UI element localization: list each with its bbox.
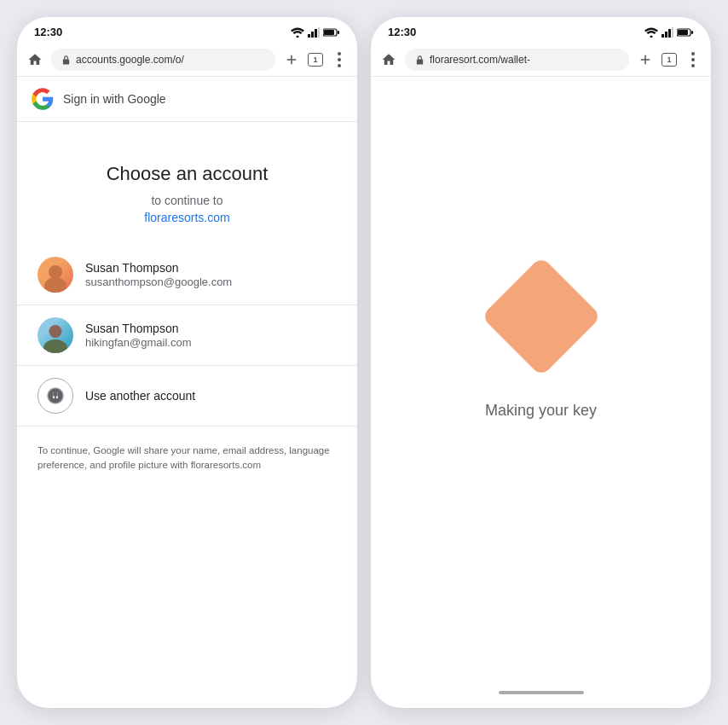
browser-actions-1: 1 (282, 50, 349, 69)
wifi-icon-2 (644, 27, 658, 38)
time-2: 12:30 (388, 26, 416, 38)
account-info-1: Susan Thompson susanthompson@google.com (85, 261, 232, 288)
status-bar-1: 12:30 (17, 17, 357, 44)
home-icon-1[interactable] (26, 50, 44, 69)
lock-icon-2 (415, 55, 425, 66)
svg-rect-17 (672, 27, 673, 38)
status-bar-2: 12:30 (371, 17, 711, 44)
svg-point-11 (338, 64, 341, 67)
svg-rect-21 (417, 59, 423, 64)
svg-rect-8 (63, 59, 69, 64)
making-key-text: Making your key (485, 402, 597, 420)
account-name-2: Susan Thompson (85, 322, 191, 335)
privacy-notice: To continue, Google will share your name… (17, 426, 357, 490)
tab-count-2[interactable]: 1 (662, 53, 677, 67)
svg-rect-7 (338, 31, 339, 34)
svg-rect-15 (665, 32, 667, 38)
use-another-label: Use another account (85, 389, 195, 403)
account-item-2[interactable]: Susan Thompson hikingfan@gmail.com (17, 305, 357, 366)
wifi-icon (291, 27, 304, 38)
site-link[interactable]: floraresorts.com (144, 211, 229, 224)
avatar-2 (38, 317, 73, 353)
google-signin-header: Sign in with Google (17, 77, 357, 122)
new-tab-btn-1[interactable] (282, 50, 301, 69)
url-text-2: floraresort.com/wallet- (430, 54, 530, 66)
browser-actions-2: 1 (636, 50, 702, 69)
accounts-list: Susan Thompson susanthompson@google.com … (17, 245, 357, 426)
new-tab-btn-2[interactable] (636, 50, 655, 69)
svg-point-22 (691, 52, 695, 55)
svg-rect-16 (668, 29, 671, 38)
browser-chrome-2: floraresort.com/wallet- 1 (371, 44, 711, 77)
account-item-1[interactable]: Susan Thompson susanthompson@google.com (17, 245, 357, 305)
svg-point-9 (338, 52, 341, 55)
account-info-2: Susan Thompson hikingfan@gmail.com (85, 322, 191, 349)
choose-account-title: Choose an account (107, 163, 269, 185)
svg-rect-14 (662, 34, 664, 38)
menu-btn-2[interactable] (684, 50, 702, 69)
status-icons-2 (644, 27, 694, 38)
lock-icon-1 (61, 55, 71, 66)
svg-rect-1 (308, 34, 310, 38)
avatar-1 (38, 257, 73, 293)
time-1: 12:30 (34, 26, 62, 38)
google-logo-icon (31, 87, 55, 111)
phone-2: 12:30 (371, 17, 711, 708)
account-name-1: Susan Thompson (85, 261, 232, 275)
svg-point-23 (691, 58, 695, 61)
svg-rect-2 (311, 32, 314, 38)
svg-rect-6 (324, 30, 334, 35)
signal-icon-2 (662, 27, 673, 38)
svg-point-0 (297, 35, 299, 38)
tab-count-1[interactable]: 1 (308, 53, 323, 67)
home-icon-2[interactable] (379, 50, 398, 69)
use-another-account-item[interactable]: Use another account (17, 366, 357, 426)
use-another-icon (38, 378, 73, 414)
svg-rect-4 (318, 27, 320, 38)
phone-1: 12:30 (17, 17, 357, 708)
diamond-shape (481, 256, 601, 376)
svg-rect-19 (678, 30, 688, 35)
google-signin-label: Sign in with Google (63, 92, 166, 106)
home-indicator-2 (499, 691, 584, 694)
account-email-1: susanthompson@google.com (85, 276, 232, 288)
google-page-content: Choose an account to continue to florare… (17, 122, 357, 708)
svg-point-24 (691, 64, 695, 67)
battery-icon-2 (677, 27, 694, 38)
svg-rect-3 (315, 29, 317, 38)
making-key-content: Making your key (371, 77, 711, 684)
svg-point-10 (338, 58, 341, 61)
svg-point-13 (650, 35, 653, 38)
account-email-2: hikingfan@gmail.com (85, 336, 191, 349)
svg-rect-20 (691, 31, 693, 34)
status-icons-1 (291, 27, 340, 38)
browser-chrome-1: accounts.google.com/o/ 1 (17, 44, 357, 77)
url-bar-2[interactable]: floraresort.com/wallet- (405, 49, 629, 71)
url-text-1: accounts.google.com/o/ (76, 54, 184, 66)
signal-icon (308, 27, 320, 38)
battery-icon (323, 27, 340, 38)
menu-btn-1[interactable] (330, 50, 349, 69)
bottom-bar-2 (371, 684, 711, 708)
to-continue-text: to continue to (151, 194, 222, 207)
url-bar-1[interactable]: accounts.google.com/o/ (51, 49, 275, 71)
